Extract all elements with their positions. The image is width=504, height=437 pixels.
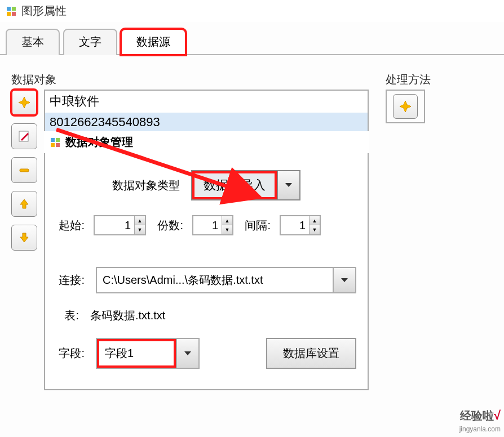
type-dropdown[interactable]: 数据库导入	[191, 170, 300, 200]
svg-rect-10	[51, 143, 55, 147]
tab-datasource[interactable]: 数据源	[121, 29, 186, 55]
field-dropdown[interactable]: 字段1	[96, 338, 200, 369]
svg-rect-1	[12, 7, 16, 11]
spinner-up-icon[interactable]: ▲	[310, 216, 320, 225]
chevron-down-icon[interactable]	[277, 171, 299, 199]
data-object-label: 数据对象	[11, 72, 369, 87]
watermark-url: jingyanla.com	[459, 425, 501, 433]
count-spinner[interactable]: ▲ ▼	[192, 215, 233, 235]
tab-text[interactable]: 文字	[63, 29, 117, 55]
left-column: 数据对象	[11, 72, 369, 390]
check-icon: √	[494, 408, 501, 422]
spinner-down-icon[interactable]: ▼	[310, 225, 320, 234]
start-input[interactable]	[95, 216, 134, 234]
list-item[interactable]: 中琅软件	[45, 91, 368, 113]
process-method-box	[386, 90, 425, 123]
process-method-label: 处理方法	[386, 72, 498, 87]
conn-dropdown[interactable]: C:\Users\Admi...\条码数据.txt.txt	[96, 267, 356, 293]
count-input[interactable]	[193, 216, 222, 234]
chevron-down-icon[interactable]	[176, 339, 198, 368]
app-icon	[6, 6, 17, 17]
start-label: 起始:	[56, 218, 85, 233]
field-label: 字段:	[56, 346, 85, 361]
subdialog-titlebar: 数据对象管理	[44, 131, 369, 153]
interval-spinner[interactable]: ▲ ▼	[280, 215, 321, 235]
field-value: 字段1	[97, 339, 176, 368]
subdialog-title: 数据对象管理	[65, 135, 133, 150]
svg-rect-6	[19, 131, 28, 141]
db-settings-button[interactable]: 数据库设置	[266, 338, 356, 369]
chevron-down-icon[interactable]	[333, 268, 355, 292]
data-object-content: 中琅软件 8012662345540893 数据对象管理	[44, 90, 369, 390]
svg-rect-7	[20, 169, 29, 172]
add-button[interactable]	[11, 90, 37, 115]
interval-input[interactable]	[281, 216, 309, 234]
list-item[interactable]: 8012662345540893	[45, 113, 368, 132]
remove-button[interactable]	[11, 157, 37, 183]
subdialog-body: 数据对象类型 数据库导入 起始:	[44, 153, 369, 390]
data-object-toolbar	[11, 90, 37, 251]
move-up-button[interactable]	[11, 191, 37, 217]
svg-rect-8	[51, 138, 55, 142]
svg-rect-13	[401, 105, 410, 108]
watermark-brand: 经验啦	[460, 409, 494, 422]
svg-rect-9	[56, 138, 60, 142]
svg-rect-3	[12, 12, 16, 16]
type-label: 数据对象类型	[112, 178, 180, 193]
watermark: 经验啦√ jingyanla.com	[459, 408, 501, 434]
right-column: 处理方法	[386, 72, 498, 390]
spinner-down-icon[interactable]: ▼	[135, 225, 145, 234]
svg-rect-2	[7, 12, 11, 16]
spinner-up-icon[interactable]: ▲	[222, 216, 232, 225]
data-object-row: 中琅软件 8012662345540893 数据对象管理	[11, 90, 369, 390]
tab-basic[interactable]: 基本	[6, 29, 60, 55]
spinner-up-icon[interactable]: ▲	[135, 216, 145, 225]
titlebar: 图形属性	[0, 0, 504, 22]
data-object-list[interactable]: 中琅软件 8012662345540893	[44, 90, 369, 133]
app-icon	[50, 137, 61, 148]
add-process-button[interactable]	[393, 94, 418, 119]
conn-label: 连接:	[56, 273, 85, 288]
data-object-manage-dialog: 数据对象管理 数据对象类型 数据库导入	[44, 131, 369, 390]
count-label: 份数:	[155, 218, 183, 233]
main-area: 数据对象	[0, 55, 504, 396]
window-title: 图形属性	[21, 3, 67, 19]
svg-rect-11	[56, 143, 60, 147]
svg-rect-5	[20, 101, 29, 104]
spinner-down-icon[interactable]: ▼	[222, 225, 232, 234]
table-value: 条码数据.txt.txt	[90, 308, 165, 323]
conn-value: C:\Users\Admi...\条码数据.txt.txt	[97, 268, 333, 292]
type-value: 数据库导入	[192, 171, 277, 199]
svg-rect-0	[7, 7, 11, 11]
start-spinner[interactable]: ▲ ▼	[94, 215, 146, 235]
table-label: 表:	[56, 308, 79, 323]
move-down-button[interactable]	[11, 225, 37, 251]
edit-button[interactable]	[11, 123, 37, 149]
interval-label: 间隔:	[242, 218, 271, 233]
tabs: 基本 文字 数据源	[0, 28, 504, 55]
